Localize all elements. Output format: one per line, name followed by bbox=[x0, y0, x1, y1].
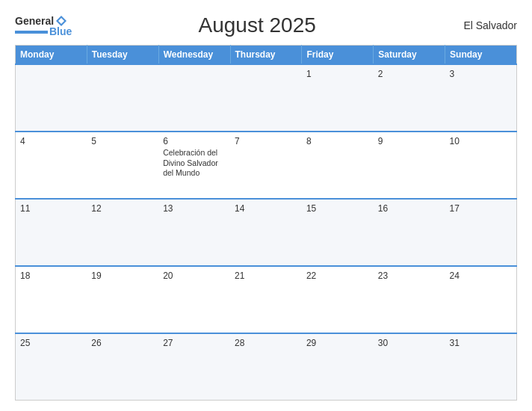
day-number: 10 bbox=[450, 136, 512, 146]
day-cell bbox=[230, 64, 302, 132]
day-number: 17 bbox=[450, 203, 512, 214]
day-cell: 6Celebración del Divino Salvador del Mun… bbox=[158, 132, 230, 199]
day-number: 7 bbox=[235, 136, 297, 146]
day-number: 14 bbox=[235, 203, 297, 214]
day-cell: 4 bbox=[16, 132, 87, 199]
day-cell: 9 bbox=[374, 132, 445, 199]
day-number: 21 bbox=[235, 271, 297, 281]
week-row-1: 123 bbox=[16, 64, 517, 132]
day-number: 26 bbox=[91, 338, 154, 348]
month-title: August 2025 bbox=[72, 13, 442, 37]
header-saturday: Saturday bbox=[374, 46, 445, 65]
header: General Blue August 2025 El Salvador bbox=[15, 13, 517, 37]
day-cell: 28 bbox=[230, 333, 302, 401]
week-row-4: 18192021222324 bbox=[16, 266, 517, 333]
day-cell: 10 bbox=[445, 132, 517, 199]
header-monday: Monday bbox=[16, 46, 87, 65]
day-cell: 26 bbox=[87, 333, 158, 401]
logo: General Blue bbox=[15, 14, 72, 37]
country-label: El Salvador bbox=[442, 19, 517, 31]
day-number: 1 bbox=[306, 69, 369, 79]
logo-blue-bar bbox=[15, 31, 48, 34]
day-number: 27 bbox=[163, 338, 226, 348]
weekday-header-row: Monday Tuesday Wednesday Thursday Friday… bbox=[16, 46, 517, 65]
day-number: 30 bbox=[378, 338, 441, 348]
day-number: 18 bbox=[20, 271, 82, 281]
day-cell: 7 bbox=[230, 132, 302, 199]
day-cell: 25 bbox=[16, 333, 87, 401]
day-number: 28 bbox=[235, 338, 297, 348]
logo-general: General bbox=[15, 16, 54, 26]
day-cell: 2 bbox=[374, 64, 445, 132]
header-thursday: Thursday bbox=[230, 46, 302, 65]
day-number: 24 bbox=[450, 271, 512, 281]
page: General Blue August 2025 El Salvador Mon… bbox=[0, 0, 532, 411]
day-cell bbox=[158, 64, 230, 132]
logo-blue: Blue bbox=[49, 26, 72, 37]
day-cell: 5 bbox=[87, 132, 158, 199]
day-cell: 14 bbox=[230, 199, 302, 266]
day-cell: 12 bbox=[87, 199, 158, 266]
day-number: 6 bbox=[163, 136, 226, 146]
header-sunday: Sunday bbox=[445, 46, 517, 65]
day-cell: 11 bbox=[16, 199, 87, 266]
header-wednesday: Wednesday bbox=[158, 46, 230, 65]
day-cell: 3 bbox=[445, 64, 517, 132]
day-number: 15 bbox=[306, 203, 369, 214]
day-cell: 22 bbox=[302, 266, 374, 333]
week-row-3: 11121314151617 bbox=[16, 199, 517, 266]
day-number: 11 bbox=[20, 203, 82, 214]
day-cell: 31 bbox=[445, 333, 517, 401]
day-number: 16 bbox=[378, 203, 441, 214]
day-cell: 8 bbox=[302, 132, 374, 199]
day-number: 3 bbox=[450, 69, 512, 79]
week-row-5: 25262728293031 bbox=[16, 333, 517, 401]
day-cell bbox=[16, 64, 87, 132]
day-number: 25 bbox=[20, 338, 82, 348]
day-cell: 20 bbox=[158, 266, 230, 333]
day-number: 23 bbox=[378, 271, 441, 281]
day-cell: 21 bbox=[230, 266, 302, 333]
calendar: Monday Tuesday Wednesday Thursday Friday… bbox=[15, 45, 517, 401]
day-cell: 18 bbox=[16, 266, 87, 333]
day-number: 9 bbox=[378, 136, 441, 146]
holiday-label: Celebración del Divino Salvador del Mund… bbox=[163, 148, 226, 179]
day-number: 20 bbox=[163, 271, 226, 281]
day-cell: 16 bbox=[374, 199, 445, 266]
day-number: 12 bbox=[91, 203, 154, 214]
day-number: 22 bbox=[306, 271, 369, 281]
header-friday: Friday bbox=[302, 46, 374, 65]
day-number: 4 bbox=[20, 136, 82, 146]
day-cell bbox=[87, 64, 158, 132]
week-row-2: 456Celebración del Divino Salvador del M… bbox=[16, 132, 517, 199]
day-cell: 29 bbox=[302, 333, 374, 401]
day-cell: 24 bbox=[445, 266, 517, 333]
day-number: 13 bbox=[163, 203, 226, 214]
day-number: 5 bbox=[91, 136, 154, 146]
day-cell: 30 bbox=[374, 333, 445, 401]
header-tuesday: Tuesday bbox=[87, 46, 158, 65]
day-cell: 27 bbox=[158, 333, 230, 401]
day-cell: 15 bbox=[302, 199, 374, 266]
day-number: 2 bbox=[378, 69, 441, 79]
day-cell: 19 bbox=[87, 266, 158, 333]
day-number: 29 bbox=[306, 338, 369, 348]
day-cell: 17 bbox=[445, 199, 517, 266]
day-number: 8 bbox=[306, 136, 369, 146]
day-cell: 23 bbox=[374, 266, 445, 333]
day-cell: 13 bbox=[158, 199, 230, 266]
day-number: 19 bbox=[91, 271, 154, 281]
day-number: 31 bbox=[450, 338, 512, 348]
day-cell: 1 bbox=[302, 64, 374, 132]
